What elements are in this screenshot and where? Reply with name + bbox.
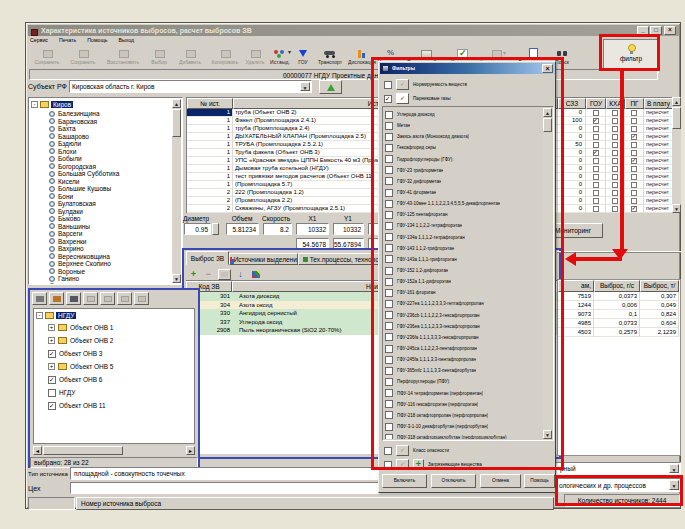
diameter-field[interactable]: 0.95: [184, 223, 211, 235]
collapse-icon[interactable]: -: [31, 101, 38, 108]
object-tree-item[interactable]: + НГДУ: [34, 386, 194, 399]
kha-checkbox[interactable]: [612, 118, 618, 124]
scroll-up-icon[interactable]: ▲: [672, 97, 681, 106]
pg-checkbox[interactable]: [631, 118, 637, 124]
toolbar-button[interactable]: Копировать: [207, 46, 243, 71]
scroll-left-icon[interactable]: ◄: [33, 446, 42, 455]
toolbar-button[interactable]: Сохранить: [29, 46, 65, 71]
emission-row[interactable]: 7519 0,0373 0,307: [558, 292, 680, 301]
region-tree-item[interactable]: Бони: [49, 193, 119, 201]
remove-zv-button[interactable]: −: [203, 269, 214, 280]
object-checkbox[interactable]: [48, 389, 56, 397]
pay-link[interactable]: пересчет: [644, 109, 673, 117]
toolbar-button[interactable]: ГОУ: [293, 46, 313, 71]
emission-row[interactable]: 4503 0,2579 2,1239: [558, 328, 680, 337]
gou-checkbox[interactable]: [593, 134, 599, 140]
pay-link[interactable]: пересчет: [644, 197, 673, 205]
region-tree-item[interactable]: Бобыли: [49, 155, 119, 163]
region-tree-item[interactable]: Вересниковщина: [49, 253, 119, 261]
col-gs[interactable]: Выброс, г/с: [594, 280, 640, 292]
region-tree-item[interactable]: Блохи: [49, 148, 119, 156]
pg-checkbox[interactable]: [631, 206, 637, 212]
col-pay[interactable]: В плату: [644, 98, 673, 109]
disable-button[interactable]: Отключить: [431, 474, 476, 488]
region-tree-item[interactable]: Ваньшины: [49, 223, 119, 231]
diameter-more-button[interactable]: [212, 223, 219, 235]
pay-link[interactable]: пересчет: [644, 125, 673, 133]
pg-checkbox[interactable]: [631, 198, 637, 204]
object-tree-item[interactable]: + Объект ОНВ 5: [34, 360, 194, 373]
region-tree-item[interactable]: Бздюли: [49, 140, 119, 148]
toolbar-button[interactable]: Добавить: [173, 46, 207, 71]
help-button[interactable]: Помощь: [524, 474, 555, 488]
col-num[interactable]: № ист.: [187, 98, 233, 109]
kha-checkbox[interactable]: [612, 182, 618, 188]
region-tree-root[interactable]: - Киров: [31, 100, 73, 108]
enable-button[interactable]: Включить: [382, 474, 427, 488]
gou-checkbox[interactable]: [593, 198, 599, 204]
pg-checkbox[interactable]: [631, 150, 637, 156]
col-gou[interactable]: ГОУ: [586, 98, 606, 109]
dropdown-arrow-icon[interactable]: ▼: [669, 464, 679, 473]
col-pg[interactable]: ПГ: [625, 98, 644, 109]
expand-icon[interactable]: +: [48, 324, 55, 331]
region-tree-item[interactable]: Большая Субботиха: [49, 170, 119, 178]
pay-link[interactable]: пересчет: [644, 157, 673, 165]
kha-checkbox[interactable]: [612, 174, 618, 180]
tab-sources[interactable]: Источники выделения: [229, 253, 298, 265]
move-down-button[interactable]: ↓: [235, 269, 246, 280]
region-tree-item[interactable]: Барановская: [49, 118, 119, 126]
add-zv-button[interactable]: +: [188, 269, 199, 280]
check-all-button[interactable]: [83, 292, 98, 305]
source-table-scrollbar[interactable]: ▲ ▼: [672, 97, 681, 213]
emission-row[interactable]: 1244 0,006 0,049: [558, 301, 680, 310]
pay-link[interactable]: пересчет: [644, 173, 673, 181]
volume-field[interactable]: 5.81234: [226, 223, 259, 235]
toolbar-button[interactable]: Выбор: [145, 46, 173, 71]
table-button[interactable]: [32, 292, 47, 305]
collapse-icon[interactable]: -: [36, 312, 43, 319]
pg-checkbox[interactable]: [631, 142, 637, 148]
gou-checkbox[interactable]: [593, 142, 599, 148]
expand-icon[interactable]: +: [48, 363, 55, 370]
region-tree-item[interactable]: Гари: [49, 283, 119, 286]
kha-checkbox[interactable]: [612, 126, 618, 132]
region-tree-scrollbar[interactable]: ▲ ▼: [172, 99, 181, 283]
kha-checkbox[interactable]: [612, 198, 618, 204]
object-tree-item[interactable]: + Объект ОНВ 3: [34, 347, 194, 360]
region-tree-item[interactable]: Булатовская: [49, 200, 119, 208]
object-tree-item[interactable]: + Объект ОНВ 1: [34, 321, 194, 334]
palette-button[interactable]: [250, 269, 261, 280]
gou-checkbox[interactable]: [593, 190, 599, 196]
scroll-right-icon[interactable]: ►: [186, 446, 195, 455]
object-checkbox[interactable]: [48, 350, 56, 358]
kha-checkbox[interactable]: [612, 150, 618, 156]
select-region-button[interactable]: [319, 80, 342, 94]
gou-checkbox[interactable]: [593, 118, 599, 124]
pg-checkbox[interactable]: [631, 174, 637, 180]
x1-field[interactable]: 10332: [296, 223, 329, 235]
region-tree-item[interactable]: Бахта: [49, 125, 119, 133]
region-tree-item[interactable]: Кисели: [49, 178, 119, 186]
pay-link[interactable]: пересчет: [644, 141, 673, 149]
speed-field[interactable]: 8.2: [263, 223, 292, 235]
kha-checkbox[interactable]: [612, 190, 618, 196]
object-tree-item[interactable]: + Объект ОНВ 2: [34, 334, 194, 347]
pay-link[interactable]: пересчет: [644, 117, 673, 125]
emission-row[interactable]: 4985 0,0733 0,604: [558, 319, 680, 328]
sort-button[interactable]: [49, 292, 64, 305]
toolbar-button[interactable]: Удалить: [243, 46, 267, 71]
region-tree-item[interactable]: Большие Кушовы: [49, 185, 119, 193]
pg-checkbox[interactable]: [631, 110, 637, 116]
region-tree-item[interactable]: Варсеги: [49, 230, 119, 238]
pay-link[interactable]: пересчет: [644, 205, 673, 213]
region-tree-item[interactable]: Ганино: [49, 275, 119, 283]
expand-icon[interactable]: +: [48, 337, 55, 344]
gou-checkbox[interactable]: [593, 110, 599, 116]
pay-link[interactable]: пересчет: [644, 165, 673, 173]
pay-link[interactable]: пересчет: [644, 189, 673, 197]
toolbar-button[interactable]: Сохранить: [65, 46, 101, 71]
scroll-down-icon[interactable]: ▼: [172, 274, 181, 283]
close-button[interactable]: ×: [664, 26, 676, 35]
col-year[interactable]: Выброс, т/год: [640, 280, 679, 292]
